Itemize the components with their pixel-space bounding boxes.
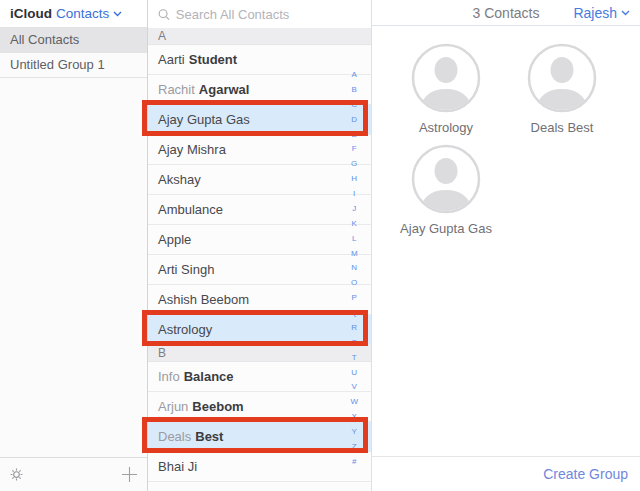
contact-card-name: Ajay Gupta Gas — [400, 221, 492, 236]
contact-row[interactable]: InfoBalance — [148, 362, 371, 392]
search-icon — [158, 8, 170, 21]
alphabet-index-letter[interactable]: J — [352, 205, 356, 213]
selected-contact-cards: AstrologyDeals BestAjay Gupta Gas — [372, 26, 640, 245]
alphabet-index-letter[interactable]: T — [352, 354, 357, 362]
alphabet-index-letter[interactable]: S — [352, 339, 357, 347]
contact-name-part: Aarti — [158, 52, 185, 67]
chevron-down-icon — [621, 10, 630, 16]
alphabet-index-letter[interactable]: H — [351, 175, 357, 183]
alphabet-index-letter[interactable]: I — [353, 190, 355, 198]
alphabet-index-letter[interactable]: E — [352, 131, 357, 139]
contact-name-part: Astrology — [158, 322, 212, 337]
chevron-down-icon — [113, 11, 122, 17]
contact-name-part: Arti Singh — [158, 262, 214, 277]
contact-name-part: Agarwal — [199, 82, 250, 97]
contact-card-name: Astrology — [419, 120, 473, 135]
contact-row[interactable]: Arti Singh — [148, 255, 371, 285]
contact-card[interactable]: Astrology — [388, 43, 504, 144]
sidebar-footer — [0, 457, 147, 491]
contact-name-part: Arjun — [158, 399, 188, 414]
contact-name-part: Deals — [158, 429, 191, 444]
alphabet-index-letter[interactable]: L — [352, 235, 356, 243]
group-list: All ContactsUntitled Group 1 — [0, 28, 147, 78]
contact-rows: AAartiStudentRachitAgarwalAjay Gupta Gas… — [148, 28, 371, 482]
contact-name-part: Apple — [158, 232, 191, 247]
add-group-plus-icon[interactable] — [121, 466, 138, 483]
detail-footer: Create Group — [372, 456, 640, 491]
contact-list-column: AAartiStudentRachitAgarwalAjay Gupta Gas… — [148, 0, 372, 491]
alphabet-index-letter[interactable]: R — [351, 324, 357, 332]
sidebar-group-item[interactable]: All Contacts — [0, 28, 147, 53]
detail-panel: 3 Contacts Rajesh AstrologyDeals BestAja… — [372, 0, 640, 491]
alphabet-index-letter[interactable]: B — [352, 86, 357, 94]
app-title: iCloud — [10, 6, 52, 21]
contact-name-part: Rachit — [158, 82, 195, 97]
contact-row[interactable]: AartiStudent — [148, 45, 371, 75]
alphabet-index-letter[interactable]: W — [350, 398, 358, 406]
contact-name-part: Ajay Gupta Gas — [158, 112, 250, 127]
contact-name-part: Best — [195, 429, 223, 444]
groups-sidebar: iCloud Contacts All ContactsUntitled Gro… — [0, 0, 148, 491]
contact-card-name: Deals Best — [531, 120, 594, 135]
search-input[interactable] — [176, 7, 361, 22]
contact-row[interactable]: ArjunBeebom — [148, 392, 371, 422]
alphabet-index-letter[interactable]: F — [352, 145, 357, 153]
contact-row[interactable]: Astrology — [148, 315, 371, 345]
alphabet-index-letter[interactable]: Q — [351, 309, 357, 317]
contact-name-part: Ajay Mishra — [158, 142, 226, 157]
alphabet-index-letter[interactable]: X — [352, 413, 357, 421]
alphabet-index-letter[interactable]: M — [351, 250, 358, 258]
contact-name-part: Ashish Beebom — [158, 292, 249, 307]
alphabet-index-letter[interactable]: D — [351, 116, 357, 124]
contact-name-part: Info — [158, 369, 180, 384]
alphabet-index-letter[interactable]: Z — [352, 443, 357, 451]
contact-name-part: Akshay — [158, 172, 201, 187]
contact-row[interactable]: Apple — [148, 225, 371, 255]
account-name: Rajesh — [573, 5, 617, 21]
contact-name-part: Balance — [184, 369, 234, 384]
person-avatar-icon — [411, 43, 481, 113]
alphabet-index: ABCDEFGHIJKLMNOPQRSTUVWXYZ# — [350, 71, 358, 466]
alphabet-index-letter[interactable]: Y — [352, 428, 357, 436]
contact-row[interactable]: Ambulance — [148, 195, 371, 225]
contact-name-part: Ambulance — [158, 202, 223, 217]
alphabet-index-letter[interactable]: # — [352, 458, 356, 466]
contact-card[interactable]: Ajay Gupta Gas — [388, 144, 504, 245]
search-bar — [148, 0, 371, 28]
contact-card[interactable]: Deals Best — [504, 43, 620, 144]
alphabet-index-letter[interactable]: U — [351, 369, 357, 377]
alphabet-index-letter[interactable]: C — [351, 101, 357, 109]
section-header: A — [148, 28, 371, 45]
contact-row[interactable]: Akshay — [148, 165, 371, 195]
create-group-button[interactable]: Create Group — [543, 466, 628, 482]
contact-name-part: Student — [189, 52, 237, 67]
detail-header: 3 Contacts Rajesh — [372, 0, 640, 26]
contact-row[interactable]: Ashish Beebom — [148, 285, 371, 315]
app-section-menu[interactable]: Contacts — [56, 6, 109, 21]
person-avatar-icon — [411, 144, 481, 214]
alphabet-index-letter[interactable]: G — [351, 160, 357, 168]
alphabet-index-letter[interactable]: N — [351, 264, 357, 272]
alphabet-index-letter[interactable]: K — [352, 220, 357, 228]
contact-name-part: Bhai Ji — [158, 459, 197, 474]
contact-row[interactable]: RachitAgarwal — [148, 75, 371, 105]
contact-row[interactable]: DealsBest — [148, 422, 371, 452]
contact-row[interactable]: Ajay Gupta Gas — [148, 105, 371, 135]
section-header: B — [148, 345, 371, 362]
account-menu[interactable]: Rajesh — [573, 0, 630, 26]
alphabet-index-letter[interactable]: O — [351, 279, 357, 287]
icloud-contacts-app: iCloud Contacts All ContactsUntitled Gro… — [0, 0, 640, 491]
alphabet-index-letter[interactable]: V — [352, 383, 357, 391]
app-header: iCloud Contacts — [0, 0, 147, 28]
person-avatar-icon — [527, 43, 597, 113]
sidebar-group-item[interactable]: Untitled Group 1 — [0, 53, 147, 78]
settings-gear-icon[interactable] — [9, 467, 24, 482]
contact-name-part: Beebom — [192, 399, 243, 414]
contact-row[interactable]: Bhai Ji — [148, 452, 371, 482]
alphabet-index-letter[interactable]: A — [352, 71, 357, 79]
alphabet-index-letter[interactable]: P — [352, 294, 357, 302]
contact-row[interactable]: Ajay Mishra — [148, 135, 371, 165]
